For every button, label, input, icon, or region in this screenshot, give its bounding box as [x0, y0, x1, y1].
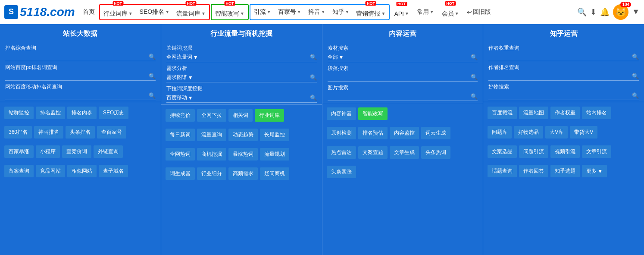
btn-related[interactable]: 相关词 — [228, 109, 253, 122]
btn-toutiao-surge[interactable]: 头条暴涨 — [327, 166, 356, 178]
nav-seo-rank[interactable]: SEO排名▼ — [136, 6, 173, 18]
btn-similar-site[interactable]: 相似网站 — [67, 165, 97, 177]
btn-copy-select[interactable]: 文案选品 — [488, 145, 517, 158]
download-icon[interactable]: ⬇ — [590, 7, 597, 17]
btn-baijia-check[interactable]: 查百家号 — [97, 126, 126, 139]
btn-hot-words[interactable]: 全网热词 — [166, 148, 195, 161]
btn-content-monitor[interactable]: 内容监控 — [390, 127, 419, 139]
btn-continuous-bid[interactable]: 持续竞价 — [166, 109, 195, 122]
search-icon[interactable]: 🔍 — [632, 92, 639, 99]
btn-mini-program[interactable]: 小程序 — [36, 145, 60, 158]
btn-competitor-site[interactable]: 竞品网站 — [36, 165, 65, 177]
btn-industry-seg[interactable]: 行业细分 — [197, 167, 226, 180]
btn-zhihu-topic[interactable]: 知乎选题 — [550, 165, 580, 177]
search-icon[interactable]: 🔍 — [310, 94, 317, 101]
btn-article-gen[interactable]: 文章生成 — [390, 146, 419, 159]
search-input[interactable] — [5, 73, 149, 79]
nav-smart-rewrite[interactable]: HOT 智能改写▼ — [212, 5, 248, 19]
btn-toutiao-hot[interactable]: 头条热词 — [421, 146, 450, 159]
btn-business-mine[interactable]: 商机挖掘 — [197, 148, 226, 161]
btn-bid-words[interactable]: 查竞价词 — [62, 145, 91, 158]
nav-back-old[interactable]: ↩回旧版 — [463, 6, 494, 18]
btn-site-rank[interactable]: 站内排名 — [582, 107, 611, 119]
btn-360-rank[interactable]: 360排名 — [4, 126, 32, 139]
btn-article-flow[interactable]: 文章引流 — [582, 145, 611, 158]
search-icon[interactable]: 🔍 — [149, 73, 156, 79]
nav-common[interactable]: 常用▼ — [413, 6, 438, 18]
paragraph-input[interactable] — [328, 74, 471, 80]
user-avatar[interactable]: 🐱 104 — [613, 4, 628, 20]
demand-select[interactable]: 需求图谱 ▼ — [166, 74, 193, 81]
search-icon[interactable]: 🔍 — [577, 7, 587, 17]
author-rank-input[interactable] — [488, 73, 632, 79]
btn-more[interactable]: 更多 ▼ — [582, 165, 607, 177]
nav-zhihu[interactable]: 知乎▼ — [329, 6, 353, 18]
btn-outlinks[interactable]: 外链查询 — [94, 145, 123, 158]
btn-surge-hot[interactable]: 暴涨热词 — [228, 148, 258, 161]
nav-industry-words[interactable]: HOT 行业词库▼ — [100, 5, 136, 19]
btn-all-download[interactable]: 全网下拉 — [197, 109, 226, 122]
btn-station-monitor[interactable]: 站群监控 — [4, 107, 34, 119]
demand-input[interactable] — [193, 75, 310, 81]
btn-baidu-flow[interactable]: 百度截流 — [488, 107, 517, 119]
notification-icon[interactable]: 🔔 — [600, 7, 610, 17]
btn-original-check[interactable]: 原创检测 — [327, 127, 356, 139]
btn-traffic-map[interactable]: 流量地图 — [519, 107, 548, 119]
search-icon[interactable]: 🔍 — [149, 54, 156, 60]
btn-dynamic-trend[interactable]: 动态趋势 — [228, 129, 258, 141]
btn-content-tool[interactable]: 内容神器 — [327, 107, 356, 120]
btn-industry-words[interactable]: 行业词库 — [255, 109, 284, 122]
search-icon[interactable]: 🔍 — [149, 92, 156, 99]
btn-word-cloud[interactable]: 词云生成 — [421, 127, 450, 139]
image-input[interactable] — [328, 94, 471, 100]
btn-traffic-plan[interactable]: 流量规划 — [260, 148, 289, 161]
btn-long-tail-monitor[interactable]: 长尾监控 — [260, 129, 289, 141]
btn-good-select[interactable]: 好物选品 — [514, 126, 543, 139]
material-input[interactable] — [344, 54, 471, 60]
nav-douyin[interactable]: 抖音▼ — [305, 6, 329, 18]
nav-marketing[interactable]: HOT 营销情报▼ — [353, 5, 389, 19]
btn-shenma-rank[interactable]: 神马排名 — [34, 126, 63, 139]
nav-home[interactable]: 首页 — [79, 6, 98, 18]
btn-rank-neican[interactable]: 排名内参 — [67, 107, 97, 119]
btn-bigv-lib[interactable]: 大V库 — [545, 126, 568, 139]
nav-traffic[interactable]: 引流▼ — [250, 6, 275, 18]
search-icon[interactable]: 🔍 — [471, 74, 478, 80]
nav-api[interactable]: HOT API▼ — [391, 5, 412, 19]
search-icon[interactable]: 🔍 — [310, 74, 317, 81]
btn-video-flow[interactable]: 视频引流 — [550, 145, 580, 158]
search-icon[interactable]: 🔍 — [471, 54, 478, 60]
btn-word-gen[interactable]: 词生成器 — [166, 167, 195, 180]
chevron-down-icon[interactable]: ▼ — [632, 7, 640, 16]
btn-daily-new[interactable]: 每日新词 — [166, 129, 195, 141]
btn-rank-estimate[interactable]: 排名预估 — [358, 127, 388, 139]
material-select[interactable]: 全部 ▼ — [328, 54, 344, 61]
btn-icp-query[interactable]: 备案查询 — [4, 165, 34, 177]
nav-traffic-words[interactable]: HOT 流量词库▼ — [173, 5, 209, 19]
btn-smart-rewrite[interactable]: 智能改写 — [358, 107, 388, 120]
keyword-input[interactable] — [198, 54, 310, 60]
good-product-input[interactable] — [488, 93, 632, 99]
btn-question-lib[interactable]: 问题库 — [488, 126, 512, 139]
btn-baijia-surge[interactable]: 百家暴涨 — [4, 145, 34, 158]
dropdown-input[interactable] — [193, 95, 310, 101]
btn-topic-query[interactable]: 话题查询 — [488, 165, 517, 177]
btn-question-flow[interactable]: 问题引流 — [519, 145, 548, 158]
btn-question-biz[interactable]: 疑问商机 — [260, 167, 289, 180]
search-icon[interactable]: 🔍 — [632, 54, 639, 60]
search-icon[interactable]: 🔍 — [310, 54, 317, 60]
btn-rank-monitor[interactable]: 排名监控 — [36, 107, 65, 119]
btn-author-weight[interactable]: 作者权重 — [550, 107, 580, 119]
traffic-select[interactable]: 全网流量词 ▼ — [166, 54, 198, 61]
nav-member[interactable]: HOT 会员▼ — [438, 5, 463, 19]
search-input[interactable] — [5, 54, 149, 60]
btn-subdomain[interactable]: 查子域名 — [99, 165, 128, 177]
btn-seo-history[interactable]: SEO历史 — [99, 107, 128, 119]
btn-toutiao-rank[interactable]: 头条排名 — [66, 126, 95, 139]
btn-high-freq[interactable]: 高频需求 — [228, 167, 258, 180]
logo[interactable]: S 5118.com — [4, 5, 75, 19]
btn-author-answer[interactable]: 作者回答 — [519, 165, 548, 177]
search-icon[interactable]: 🔍 — [471, 93, 478, 100]
nav-baijia[interactable]: 百家号▼ — [275, 6, 305, 18]
search-icon[interactable]: 🔍 — [632, 73, 639, 79]
